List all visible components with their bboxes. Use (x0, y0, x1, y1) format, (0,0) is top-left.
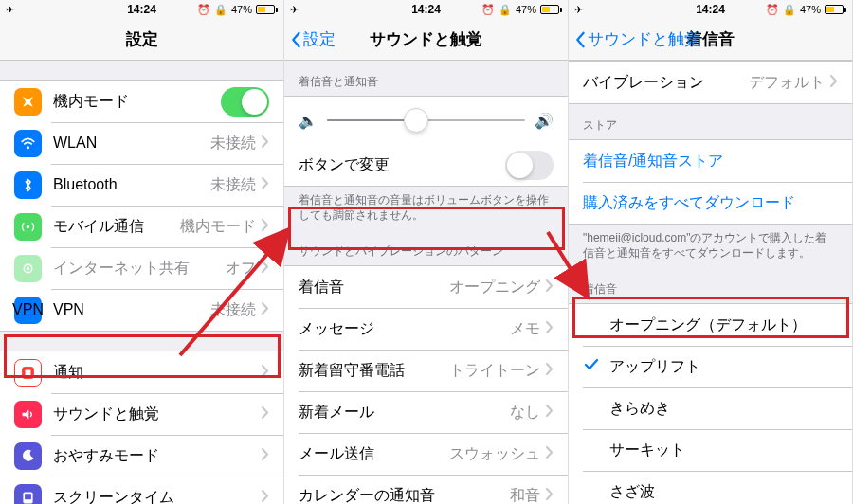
cell-icon (14, 213, 42, 241)
chevron-right-icon (262, 176, 269, 193)
row-detail: トライトーン (449, 361, 540, 381)
status-bar: ✈︎ 14:24 ⏰ 🔒 47% (0, 0, 283, 19)
row-detail: 和音 (510, 486, 540, 504)
notify-icon (14, 359, 42, 387)
page-title: 設定 (126, 28, 158, 50)
row-detail: メモ (510, 319, 540, 339)
back-button[interactable]: 設定 (290, 28, 336, 50)
row-label: カレンダーの通知音 (299, 486, 510, 504)
back-button[interactable]: サウンドと触覚 (574, 28, 700, 50)
section-header-ringer: 着信音と通知音 (284, 61, 568, 96)
settings-row-screen[interactable]: スクリーンタイム (0, 477, 283, 504)
row-label: インターネット共有 (53, 259, 226, 279)
ringtone-screen: ✈︎ 14:24 ⏰ 🔒 47% サウンドと触覚 着信音 バイブレーション デフ… (569, 0, 853, 504)
settings-row-airplane[interactable]: 機内モード (0, 81, 283, 122)
svg-point-2 (27, 266, 29, 269)
chevron-right-icon (546, 404, 554, 421)
section-footer-store: "hemeii@icloud.com"のアカウントで購入した着信音と通知音をすべ… (569, 225, 852, 268)
row-detail: 未接続 (210, 175, 256, 195)
wlan-icon (14, 130, 42, 157)
back-label: 設定 (303, 28, 336, 50)
download-all-row[interactable]: 購入済みをすべてダウンロード (569, 182, 852, 224)
ringtone-row[interactable]: サーキット (569, 429, 852, 471)
svg-rect-5 (25, 369, 31, 376)
row-label: メッセージ (299, 319, 510, 339)
settings-row-notify[interactable]: 通知 (0, 351, 283, 393)
svg-point-1 (27, 225, 29, 227)
chevron-right-icon (262, 489, 269, 504)
status-bar: ✈︎ 14:24 ⏰ 🔒 47% (569, 0, 852, 19)
bt-icon (14, 171, 42, 199)
tone-store-row[interactable]: 着信音/通知音ストア (569, 140, 852, 182)
ringtone-row[interactable]: オープニング（デフォルト） (569, 304, 852, 346)
row-detail: スウォッシュ (449, 444, 540, 464)
chevron-right-icon (546, 279, 554, 296)
ringtone-row[interactable]: きらめき (569, 387, 852, 429)
chevron-right-icon (546, 320, 554, 337)
sound-icon (14, 401, 42, 428)
settings-row-wlan[interactable]: WLAN未接続 (0, 122, 283, 164)
sound-row[interactable]: 新着留守番電話トライトーン (284, 350, 568, 391)
sounds-screen: ✈︎ 14:24 ⏰ 🔒 47% 設定 サウンドと触覚 着信音と通知音 🔈 🔊 … (284, 0, 569, 504)
row-label: メール送信 (299, 444, 449, 464)
hotspot-icon (14, 255, 42, 282)
status-time: 14:24 (569, 3, 852, 16)
ringtone-row[interactable]: アップリフト (569, 346, 852, 387)
row-label: VPN (53, 301, 210, 318)
status-time: 14:24 (0, 3, 283, 16)
sound-row[interactable]: カレンダーの通知音和音 (284, 475, 568, 504)
sound-row[interactable]: メール送信スウォッシュ (284, 433, 568, 475)
row-label: モバイル通信 (53, 217, 180, 237)
section-footer-ringer: 着信音と通知音の音量はボリュームボタンを操作しても調節されません。 (284, 187, 568, 230)
status-bar: ✈︎ 14:24 ⏰ 🔒 47% (284, 0, 568, 19)
sound-row[interactable]: メッセージメモ (284, 308, 568, 350)
battery-icon (256, 5, 278, 14)
settings-row-hotspot[interactable]: インターネット共有オフ (0, 247, 283, 289)
chevron-right-icon (262, 135, 269, 152)
row-detail: なし (510, 403, 540, 423)
change-with-buttons-label: ボタンで変更 (299, 155, 505, 175)
ringtone-row[interactable]: さざ波 (569, 471, 852, 504)
row-label: おやすみモード (53, 446, 262, 466)
settings-row-vpn[interactable]: VPNVPN未接続 (0, 289, 283, 331)
change-with-buttons-row[interactable]: ボタンで変更 (284, 144, 568, 186)
settings-row-cell[interactable]: モバイル通信機内モード (0, 206, 283, 247)
row-detail: オフ (226, 259, 256, 279)
row-label: 機内モード (53, 92, 221, 112)
settings-root-screen: ✈︎ 14:24 ⏰ 🔒 47% 設定 機内モードWLAN未接続Bluetoot… (0, 0, 284, 504)
airplane-toggle[interactable] (221, 87, 269, 117)
vibration-detail: デフォルト (749, 73, 825, 93)
chevron-right-icon (262, 218, 269, 235)
settings-row-sound[interactable]: サウンドと触覚 (0, 393, 283, 435)
battery-icon (540, 5, 562, 14)
chevron-right-icon (262, 364, 269, 381)
page-title: サウンドと触覚 (370, 28, 482, 50)
section-header-store: ストア (569, 104, 852, 139)
dnd-icon (14, 442, 42, 470)
battery-icon (825, 5, 846, 14)
volume-slider[interactable] (327, 119, 525, 121)
sound-row[interactable]: 着信音オープニング (284, 266, 568, 308)
airplane-icon (14, 88, 42, 116)
ringtone-label: きらめき (609, 399, 838, 419)
vpn-icon: VPN (14, 297, 42, 324)
volume-slider-row[interactable]: 🔈 🔊 (284, 97, 568, 144)
ringtone-label: オープニング（デフォルト） (609, 315, 838, 335)
row-detail: 未接続 (210, 134, 256, 153)
settings-row-bt[interactable]: Bluetooth未接続 (0, 164, 283, 206)
chevron-right-icon (262, 447, 269, 464)
settings-row-dnd[interactable]: おやすみモード (0, 435, 283, 477)
download-all-label: 購入済みをすべてダウンロード (583, 193, 838, 213)
ringtone-label: サーキット (609, 441, 838, 460)
svg-rect-7 (25, 494, 31, 499)
row-label: 通知 (53, 363, 262, 383)
row-label: スクリーンタイム (53, 488, 262, 505)
sound-row[interactable]: 新着メールなし (284, 391, 568, 433)
row-label: サウンドと触覚 (53, 405, 262, 424)
vibration-row[interactable]: バイブレーション デフォルト (569, 62, 852, 103)
chevron-right-icon (262, 405, 269, 423)
nav-bar: 設定 サウンドと触覚 (284, 19, 568, 61)
chevron-right-icon (546, 445, 554, 462)
row-label: 新着留守番電話 (299, 361, 449, 381)
change-with-buttons-toggle[interactable] (505, 151, 554, 180)
